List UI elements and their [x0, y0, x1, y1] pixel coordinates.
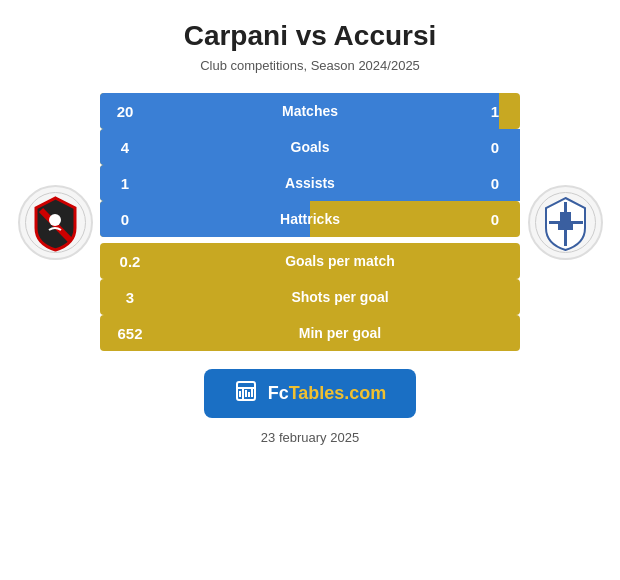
- svg-rect-6: [560, 212, 565, 222]
- carpani-badge-svg: [23, 190, 88, 255]
- svg-rect-12: [239, 391, 241, 397]
- svg-rect-7: [566, 212, 571, 222]
- svg-rect-15: [251, 389, 253, 397]
- fctables-text: FcTables.com: [268, 383, 387, 404]
- fctables-icon: [234, 379, 258, 408]
- stat-rows-container: 20Matches14Goals01Assists00Hattricks0: [100, 93, 520, 237]
- stat-right-val-3: 0: [470, 211, 520, 228]
- stat-row-2: 1Assists0: [100, 165, 520, 201]
- stat-left-val-1: 4: [100, 139, 150, 156]
- single-stat-left-val-1: 3: [100, 289, 160, 306]
- accursi-badge: [528, 185, 603, 260]
- date-footer: 23 february 2025: [261, 430, 359, 445]
- single-stat-left-val-2: 652: [100, 325, 160, 342]
- page-subtitle: Club competitions, Season 2024/2025: [200, 58, 420, 73]
- left-team-logo: [10, 185, 100, 260]
- single-stat-label-0: Goals per match: [160, 253, 520, 269]
- page-container: Carpani vs Accursi Club competitions, Se…: [0, 0, 620, 580]
- single-stat-row-1: 3Shots per goal: [100, 279, 520, 315]
- single-stat-rows-container: 0.2Goals per match3Shots per goal652Min …: [100, 243, 520, 351]
- stats-section: 20Matches14Goals01Assists00Hattricks0 0.…: [100, 93, 520, 351]
- main-content: 20Matches14Goals01Assists00Hattricks0 0.…: [10, 93, 610, 351]
- stat-left-val-0: 20: [100, 103, 150, 120]
- single-stat-label-2: Min per goal: [160, 325, 520, 341]
- fctables-banner[interactable]: FcTables.com: [204, 369, 417, 418]
- stat-row-3: 0Hattricks0: [100, 201, 520, 237]
- accursi-badge-svg: [533, 190, 598, 255]
- single-stat-row-0: 0.2Goals per match: [100, 243, 520, 279]
- stat-label-0: Matches: [150, 103, 470, 119]
- single-stat-left-val-0: 0.2: [100, 253, 160, 270]
- svg-rect-13: [245, 390, 247, 397]
- stat-label-2: Assists: [150, 175, 470, 191]
- stat-left-val-2: 1: [100, 175, 150, 192]
- stat-right-val-0: 1: [470, 103, 520, 120]
- svg-rect-14: [248, 392, 250, 397]
- stat-label-3: Hattricks: [150, 211, 470, 227]
- stat-right-val-1: 0: [470, 139, 520, 156]
- single-stat-row-2: 652Min per goal: [100, 315, 520, 351]
- single-stat-label-1: Shots per goal: [160, 289, 520, 305]
- page-title: Carpani vs Accursi: [184, 20, 437, 52]
- right-team-logo: [520, 185, 610, 260]
- stat-row-1: 4Goals0: [100, 129, 520, 165]
- stat-right-val-2: 0: [470, 175, 520, 192]
- svg-point-2: [49, 214, 61, 226]
- svg-rect-8: [558, 222, 573, 230]
- stat-left-val-3: 0: [100, 211, 150, 228]
- stat-row-0: 20Matches1: [100, 93, 520, 129]
- stat-label-1: Goals: [150, 139, 470, 155]
- carpani-badge: [18, 185, 93, 260]
